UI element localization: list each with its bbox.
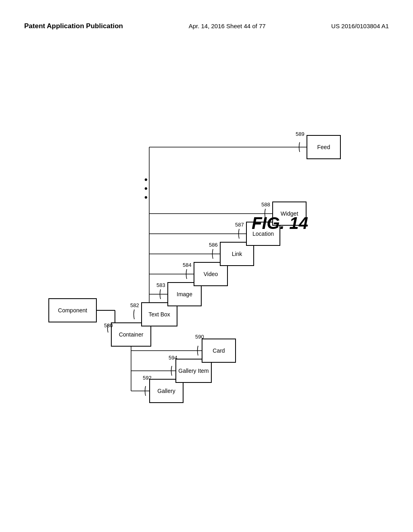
- ref-580: 580: [104, 322, 113, 328]
- diagram-area: ••• Component Container Text Box Image V…: [24, 64, 389, 508]
- ref-588: 588: [261, 202, 270, 208]
- figure-label: FIG. 14: [252, 214, 308, 233]
- diagram-svg: [24, 64, 389, 508]
- ref-589: 589: [296, 131, 305, 137]
- ref-587: 587: [235, 222, 244, 228]
- ref-590: 590: [195, 334, 204, 340]
- page-header: Patent Application Publication Apr. 14, …: [24, 22, 389, 30]
- header-patent-num: US 2016/0103804 A1: [331, 23, 389, 29]
- header-title: Patent Application Publication: [24, 22, 123, 30]
- ref-583: 583: [156, 282, 165, 288]
- component-box: Component: [48, 298, 97, 322]
- feed-box: Feed: [307, 135, 341, 159]
- ref-592: 592: [143, 375, 152, 381]
- card-box: Card: [202, 339, 236, 363]
- ref-584: 584: [183, 262, 192, 268]
- header-date-sheet: Apr. 14, 2016 Sheet 44 of 77: [189, 23, 266, 29]
- ref-586: 586: [209, 242, 218, 248]
- ref-594: 594: [169, 355, 177, 361]
- ref-582: 582: [130, 302, 139, 308]
- continuation-dots: •••: [144, 175, 148, 202]
